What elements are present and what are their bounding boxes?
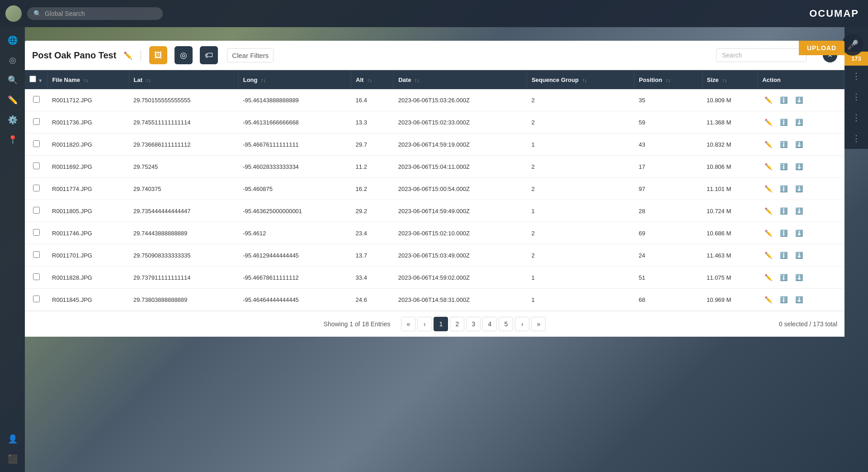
action-edit-8[interactable]: ✏️	[762, 271, 775, 284]
upload-button[interactable]: UPLOAD	[799, 41, 844, 55]
row-checkbox-0[interactable]	[33, 96, 40, 103]
sidebar-icon-settings[interactable]: ⚙️	[4, 111, 21, 129]
row-checkbox-cell[interactable]	[25, 267, 47, 289]
page-4-btn[interactable]: 4	[482, 317, 497, 331]
table-row: R0011774.JPG 29.740375 -95.460875 16.2 2…	[25, 178, 844, 200]
row-checkbox-2[interactable]	[33, 140, 40, 147]
table-row: R0011828.JPG 29.737911111111114 -95.4667…	[25, 267, 844, 289]
col-position[interactable]: Position ↑↓	[634, 70, 702, 89]
action-info-3[interactable]: ℹ️	[778, 160, 790, 173]
action-info-0[interactable]: ℹ️	[778, 94, 790, 106]
action-info-9[interactable]: ℹ️	[778, 293, 790, 306]
action-download-8[interactable]: ⬇️	[793, 271, 806, 284]
sidebar-icon-user[interactable]: 👤	[4, 430, 21, 448]
col-lat[interactable]: Lat ↑↓	[129, 70, 238, 89]
col-long[interactable]: Long ↑↓	[238, 70, 351, 89]
action-download-3[interactable]: ⬇️	[793, 160, 806, 173]
action-edit-4[interactable]: ✏️	[762, 182, 775, 195]
action-info-8[interactable]: ℹ️	[778, 271, 790, 284]
right-panel-dots-2[interactable]: ⋮	[844, 86, 868, 107]
right-panel-dots-4[interactable]: ⋮	[844, 128, 868, 149]
row-checkbox-cell[interactable]	[25, 200, 47, 222]
page-next-btn[interactable]: ›	[515, 317, 529, 331]
action-info-1[interactable]: ℹ️	[778, 116, 790, 129]
action-download-0[interactable]: ⬇️	[793, 94, 806, 106]
table-search-input[interactable]	[722, 52, 794, 59]
row-checkbox-cell[interactable]	[25, 133, 47, 156]
row-checkbox-cell[interactable]	[25, 89, 47, 111]
row-checkbox-cell[interactable]	[25, 178, 47, 200]
action-download-2[interactable]: ⬇️	[793, 138, 806, 151]
col-size[interactable]: Size ↑↓	[702, 70, 758, 89]
global-search-input[interactable]	[45, 10, 153, 17]
cell-lat: 29.737911111111114	[129, 267, 238, 289]
action-edit-5[interactable]: ✏️	[762, 205, 775, 217]
action-edit-7[interactable]: ✏️	[762, 249, 775, 262]
sidebar-icon-search[interactable]: 🔍	[4, 72, 21, 89]
file-table-container: ▼ File Name ↑↓ Lat ↑↓ Long ↑↓ Alt ↑↓ Dat…	[25, 70, 844, 311]
action-info-4[interactable]: ℹ️	[778, 182, 790, 195]
row-checkbox-cell[interactable]	[25, 222, 47, 244]
clear-filters-button[interactable]: Clear Filters	[227, 48, 274, 62]
right-panel-dots-3[interactable]: ⋮	[844, 107, 868, 128]
action-download-1[interactable]: ⬇️	[793, 116, 806, 129]
action-edit-0[interactable]: ✏️	[762, 94, 775, 106]
row-checkbox-1[interactable]	[33, 118, 40, 125]
row-checkbox-cell[interactable]	[25, 244, 47, 267]
action-edit-6[interactable]: ✏️	[762, 227, 775, 239]
action-edit-3[interactable]: ✏️	[762, 160, 775, 173]
sidebar-icon-target[interactable]: ◎	[4, 52, 21, 69]
action-download-5[interactable]: ⬇️	[793, 205, 806, 217]
action-edit-1[interactable]: ✏️	[762, 116, 775, 129]
row-checkbox-6[interactable]	[33, 229, 40, 236]
toolbar-image-btn[interactable]: 🖼	[149, 46, 167, 64]
col-alt[interactable]: Alt ↑↓	[351, 70, 394, 89]
page-5-btn[interactable]: 5	[499, 317, 513, 331]
page-last-btn[interactable]: »	[531, 317, 546, 331]
page-prev-btn[interactable]: ‹	[417, 317, 432, 331]
right-panel-dots-1[interactable]: ⋮	[844, 66, 868, 86]
col-date[interactable]: Date ↑↓	[394, 70, 527, 89]
action-info-2[interactable]: ℹ️	[778, 138, 790, 151]
sidebar-icon-edit[interactable]: ✏️	[4, 91, 21, 109]
col-sequence[interactable]: Sequence Group ↑↓	[527, 70, 634, 89]
action-download-6[interactable]: ⬇️	[793, 227, 806, 239]
sidebar-icon-globe[interactable]: 🌐	[4, 32, 21, 49]
row-checkbox-cell[interactable]	[25, 111, 47, 133]
global-search-box[interactable]: 🔍	[27, 7, 163, 20]
row-checkbox-cell[interactable]	[25, 289, 47, 311]
cell-action: ✏️ ℹ️ ⬇️	[758, 267, 844, 289]
action-edit-9[interactable]: ✏️	[762, 293, 775, 306]
table-search-box[interactable]	[716, 48, 807, 62]
table-row: R0011736.JPG 29.745511111111114 -95.4613…	[25, 111, 844, 133]
page-1-btn[interactable]: 1	[434, 317, 448, 331]
sidebar-icon-layers[interactable]: ⬛	[4, 450, 21, 467]
action-info-7[interactable]: ℹ️	[778, 249, 790, 262]
select-all-checkbox[interactable]	[29, 76, 36, 82]
page-3-btn[interactable]: 3	[466, 317, 481, 331]
row-checkbox-8[interactable]	[33, 273, 40, 280]
avatar[interactable]	[5, 5, 22, 22]
toolbar-tag-btn[interactable]: 🏷	[200, 46, 218, 64]
sidebar-icon-location[interactable]: 📍	[4, 131, 21, 148]
edit-title-icon[interactable]: ✏️	[123, 51, 132, 60]
action-info-5[interactable]: ℹ️	[778, 205, 790, 217]
action-download-9[interactable]: ⬇️	[793, 293, 806, 306]
row-checkbox-5[interactable]	[33, 207, 40, 214]
row-checkbox-7[interactable]	[33, 251, 40, 258]
toolbar-location-btn[interactable]: ◎	[175, 46, 193, 64]
action-info-6[interactable]: ℹ️	[778, 227, 790, 239]
row-checkbox-cell[interactable]	[25, 156, 47, 178]
microphone-button[interactable]: 🎤	[842, 34, 863, 56]
action-download-7[interactable]: ⬇️	[793, 249, 806, 262]
col-checkbox[interactable]: ▼	[25, 70, 47, 89]
row-checkbox-4[interactable]	[33, 185, 40, 191]
row-checkbox-9[interactable]	[33, 296, 40, 302]
action-download-4[interactable]: ⬇️	[793, 182, 806, 195]
row-checkbox-3[interactable]	[33, 162, 40, 169]
page-2-btn[interactable]: 2	[450, 317, 464, 331]
action-edit-2[interactable]: ✏️	[762, 138, 775, 151]
page-first-btn[interactable]: «	[401, 317, 415, 331]
cell-sequence: 2	[527, 156, 634, 178]
col-filename[interactable]: File Name ↑↓	[47, 70, 129, 89]
